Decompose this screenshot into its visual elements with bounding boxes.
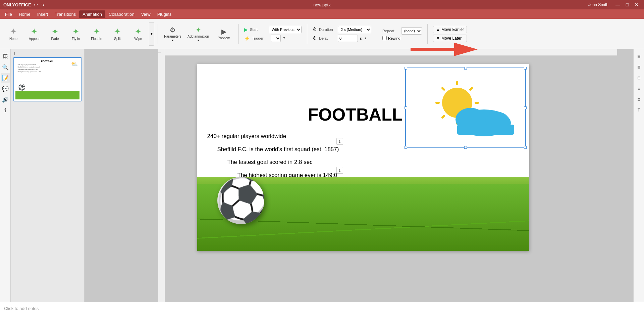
slide-thumbnail[interactable]: FOOTBALL • 240+ regular players worldwid… (13, 57, 82, 101)
split-label: Split (114, 37, 120, 41)
right-panel-icon-1[interactable]: ⊞ (634, 52, 644, 61)
svg-line-8 (442, 116, 444, 118)
redo-btn[interactable]: ↪ (41, 2, 45, 7)
split-icon: ✦ (114, 27, 121, 36)
move-later-label: Move Later (441, 36, 462, 41)
thumb-ball: ⚽ (18, 84, 25, 91)
menu-transitions[interactable]: Transitions (51, 10, 79, 18)
fade-icon: ✦ (52, 27, 58, 36)
left-sidebar: 🖼 🔍 📝 💬 🔊 ℹ (0, 49, 11, 302)
animation-floatin-btn[interactable]: ✦ Float In (87, 22, 107, 46)
maximize-button[interactable]: □ (623, 1, 631, 8)
toolbar-sep-1 (158, 24, 158, 44)
sidebar-edit-icon[interactable]: 📝 (1, 73, 10, 83)
bullet-2: Sheffild F.C. is the world's first squad… (207, 144, 339, 155)
handle-mr[interactable] (524, 106, 527, 109)
move-earlier-up-icon: ▲ (436, 27, 440, 32)
duration-label: Duration (319, 28, 336, 32)
appear-icon: ✦ (31, 27, 38, 36)
trigger-row: ⚡ Trigger ▼ (244, 35, 302, 42)
animation-appear-btn[interactable]: ✦ Appear (24, 22, 44, 46)
close-button[interactable]: ✕ (633, 1, 641, 8)
handle-tr[interactable] (524, 67, 527, 70)
notes-placeholder: Click to add notes (4, 306, 39, 311)
menu-plugins[interactable]: Plugins (154, 10, 175, 18)
menu-animation[interactable]: Animation (79, 10, 105, 18)
toolbar-sep-3 (307, 24, 307, 44)
vertical-ruler: | (158, 49, 165, 302)
sidebar-comment-icon[interactable]: 💬 (1, 84, 10, 93)
handle-bl[interactable] (405, 146, 407, 149)
wipe-label: Wipe (135, 37, 142, 41)
delay-up[interactable]: ▲ (364, 36, 367, 40)
animation-type-group: ✦ None ✦ Appear ✦ Fade ✦ Fly in ✦ Float … (3, 21, 155, 47)
right-panel-icon-6[interactable]: T (634, 105, 644, 115)
menu-insert[interactable]: Insert (34, 10, 52, 18)
trigger-bolt-icon: ⚡ (244, 36, 250, 41)
start-label: Start (250, 28, 267, 32)
add-animation-btn[interactable]: ✦ Add animation ▼ (186, 22, 210, 46)
animation-split-btn[interactable]: ✦ Split (107, 22, 127, 46)
parameters-btn[interactable]: ⚙ Parameters ▼ (161, 22, 185, 46)
canvas-area[interactable]: | FOOTBALL 1 240+ regular players worldw… (85, 49, 633, 302)
svg-rect-13 (457, 125, 514, 135)
duration-select[interactable]: 2 s (Medium) (338, 26, 371, 33)
repeat-select[interactable]: (none) (401, 27, 422, 35)
minimize-button[interactable]: — (614, 1, 622, 8)
handle-tl[interactable] (405, 67, 407, 70)
fade-label: Fade (51, 37, 59, 41)
duration-icon: ⏱ (313, 27, 317, 32)
sidebar-voice-icon[interactable]: 🔊 (1, 95, 10, 104)
weather-image-box[interactable] (405, 68, 526, 148)
sidebar-search-icon[interactable]: 🔍 (1, 62, 10, 72)
animation-flyin-btn[interactable]: ✦ Fly in (66, 22, 86, 46)
sidebar-info-icon[interactable]: ℹ (1, 105, 10, 115)
add-animation-label: Add animation (187, 35, 209, 38)
slide-number-label: 1 (13, 52, 82, 56)
animation-wipe-btn[interactable]: ✦ Wipe (128, 22, 148, 46)
anim-badge-ball: 1 (336, 167, 343, 174)
preview-label: Preview (218, 36, 230, 40)
sidebar-slides-icon[interactable]: 🖼 (1, 52, 10, 61)
right-panel-icon-4[interactable]: ≡ (634, 84, 644, 93)
more-animations-btn[interactable]: ▼ (149, 22, 154, 46)
start-play-icon: ▶ (244, 27, 248, 32)
notes-area[interactable]: Click to add notes (0, 302, 644, 312)
repeat-row: Repeat (none) (382, 27, 422, 35)
preview-btn[interactable]: ▶ Preview (212, 22, 236, 46)
right-sidebar: ⊞ ⊠ ⊟ ≡ ≣ T (633, 49, 644, 302)
handle-ml[interactable] (405, 106, 407, 109)
undo-btn[interactable]: ↩ (34, 2, 38, 7)
trigger-select[interactable] (271, 35, 281, 42)
slide-title: FOOTBALL (308, 104, 403, 125)
thumb-grass (15, 91, 79, 99)
start-select[interactable]: With Previous (269, 26, 302, 33)
right-panel-icon-2[interactable]: ⊠ (634, 62, 644, 72)
slide-bullets: 240+ regular players worldwide Sheffild … (207, 131, 339, 183)
delay-row: ⏱ Delay s ▲ (313, 35, 371, 42)
slide-canvas: FOOTBALL 1 240+ regular players worldwid… (197, 64, 529, 251)
document-title: new.pptx (313, 2, 330, 7)
handle-br[interactable] (524, 146, 527, 149)
svg-marker-0 (411, 43, 478, 56)
slide-panel: 1 FOOTBALL • 240+ regular players worldw… (11, 49, 85, 302)
preview-icon: ▶ (221, 28, 226, 36)
delay-input[interactable] (338, 35, 358, 42)
right-panel-icon-5[interactable]: ≣ (634, 95, 644, 104)
toolbar: ✦ None ✦ Appear ✦ Fade ✦ Fly in ✦ Float … (0, 19, 644, 49)
svg-line-6 (442, 88, 444, 90)
menu-view[interactable]: View (138, 10, 154, 18)
rewind-checkbox[interactable] (382, 36, 387, 40)
menu-collaboration[interactable]: Collaboration (105, 10, 138, 18)
move-earlier-btn[interactable]: ▲ Move Earlier (433, 26, 467, 33)
animation-fade-btn[interactable]: ✦ Fade (45, 22, 65, 46)
handle-bc[interactable] (464, 146, 467, 149)
animation-none-btn[interactable]: ✦ None (3, 22, 23, 46)
handle-tc[interactable] (464, 67, 467, 70)
menu-file[interactable]: File (2, 10, 15, 18)
wipe-icon: ✦ (135, 27, 142, 36)
weather-svg (412, 73, 519, 143)
thumb-title: FOOTBALL (15, 59, 79, 63)
menu-home[interactable]: Home (15, 10, 34, 18)
right-panel-icon-3[interactable]: ⊟ (634, 73, 644, 83)
